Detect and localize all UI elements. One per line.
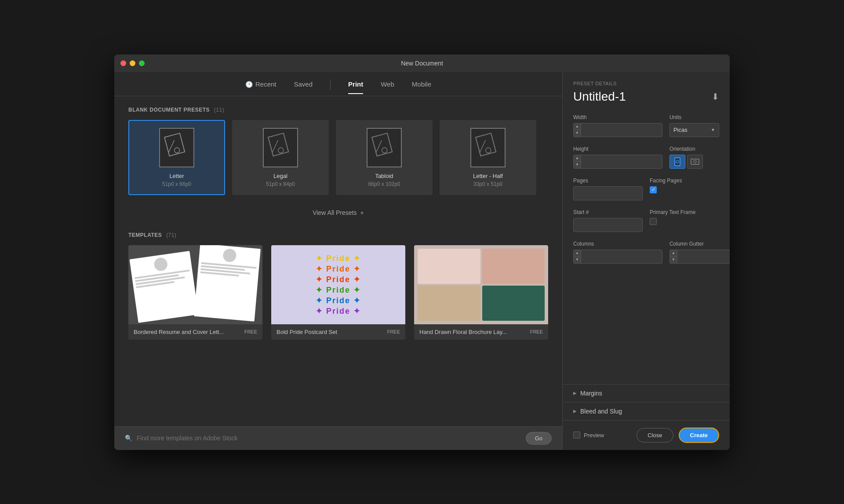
preview-checkbox[interactable]	[573, 431, 580, 439]
search-bar: 🔍 Go	[114, 426, 562, 450]
pages-group: Pages 1	[573, 178, 643, 200]
columns-steppers: ▲ ▼	[574, 250, 581, 263]
new-document-dialog: New Document 🕐 Recent Saved Print Web	[114, 54, 730, 450]
create-button[interactable]: Create	[679, 428, 719, 443]
recent-icon: 🕐	[245, 81, 253, 88]
tab-web[interactable]: Web	[381, 80, 394, 94]
start-ptf-row: Start # 1 Primary Text Frame	[573, 209, 719, 232]
minimize-traffic-light[interactable]	[130, 60, 135, 66]
pages-field[interactable]: 1	[573, 186, 643, 200]
height-increment[interactable]: ▲	[574, 155, 581, 162]
preset-letter-half[interactable]: Letter - Half 33p0 x 51p0	[440, 120, 536, 195]
tab-recent[interactable]: 🕐 Recent	[245, 80, 276, 94]
width-decrement[interactable]: ▼	[574, 130, 581, 137]
svg-rect-6	[372, 133, 392, 156]
columns-gutter-row: Columns ▲ ▼ 1 Column Gutter	[573, 241, 719, 264]
height-input-wrapper: ▲ ▼ 66p0	[573, 155, 662, 169]
facing-pages-checkbox-group: ✓	[650, 186, 719, 193]
template-resume[interactable]: Bordered Resume and Cover Lett... FREE	[128, 245, 262, 340]
tab-print[interactable]: Print	[348, 80, 363, 94]
preset-tabloid-icon	[367, 128, 402, 167]
portrait-button[interactable]	[669, 155, 685, 169]
preset-letter-half-size: 33p0 x 51p0	[473, 181, 502, 187]
preset-tabloid-size: 66p0 x 102p0	[368, 181, 400, 187]
height-decrement[interactable]: ▼	[574, 162, 581, 168]
facing-pages-group: Facing Pages ✓	[650, 178, 719, 200]
go-button[interactable]: Go	[526, 432, 552, 445]
columns-field[interactable]: 1	[581, 253, 662, 260]
preset-legal-size: 51p0 x 84p0	[266, 181, 295, 187]
ptf-checkbox-group	[650, 218, 719, 225]
width-steppers: ▲ ▼	[574, 123, 581, 137]
columns-decrement[interactable]: ▼	[574, 257, 581, 263]
height-field[interactable]: 66p0	[581, 158, 662, 165]
left-panel: 🕐 Recent Saved Print Web Mobile	[114, 72, 563, 450]
height-label: Height	[573, 146, 662, 152]
template-floral[interactable]: Hand Drawn Floral Brochure Lay... FREE	[414, 245, 548, 340]
preset-legal-name: Legal	[273, 173, 287, 179]
search-input[interactable]	[137, 435, 520, 442]
template-pride[interactable]: ✦ Pride ✦ ✦ Pride ✦ ✦ Pride ✦ ✦ Pride ✦ …	[271, 245, 405, 340]
column-gutter-decrement[interactable]: ▼	[670, 257, 677, 263]
pages-label: Pages	[573, 178, 643, 184]
svg-rect-0	[164, 133, 185, 156]
bleed-slug-section: ▶ Bleed and Slug	[563, 402, 730, 420]
presets-header: BLANK DOCUMENT PRESETS (11)	[128, 107, 548, 113]
preset-letter-size: 51p0 x 66p0	[162, 181, 191, 187]
tabs-bar: 🕐 Recent Saved Print Web Mobile	[114, 72, 562, 96]
template-resume-badge: FREE	[244, 329, 257, 334]
ptf-checkbox[interactable]	[650, 218, 657, 225]
close-button[interactable]: Close	[637, 428, 673, 442]
width-group: Width ▲ ▼ 51p0	[573, 114, 662, 137]
column-gutter-label: Column Gutter	[669, 241, 730, 247]
units-select[interactable]: Picas ▼	[669, 123, 719, 137]
bleed-slug-label: Bleed and Slug	[580, 408, 622, 415]
columns-label: Columns	[573, 241, 662, 247]
preset-legal[interactable]: Legal 51p0 x 84p0	[232, 120, 329, 195]
preset-details-label: PRESET DETAILS	[573, 81, 719, 86]
units-label: Units	[669, 114, 719, 120]
tab-saved[interactable]: Saved	[294, 80, 313, 94]
close-traffic-light[interactable]	[120, 60, 126, 66]
width-increment[interactable]: ▲	[574, 123, 581, 131]
preset-tabloid[interactable]: Tabloid 66p0 x 102p0	[336, 120, 433, 195]
svg-rect-12	[675, 158, 680, 166]
content-area: BLANK DOCUMENT PRESETS (11)	[114, 96, 562, 426]
search-icon: 🔍	[125, 435, 132, 442]
templates-grid: Bordered Resume and Cover Lett... FREE ✦…	[128, 245, 548, 340]
bleed-slug-arrow-icon: ▶	[573, 409, 577, 413]
template-resume-info: Bordered Resume and Cover Lett... FREE	[128, 324, 262, 340]
start-label: Start #	[573, 209, 643, 215]
start-field[interactable]: 1	[573, 218, 643, 232]
units-group: Units Picas ▼	[669, 114, 719, 137]
presets-section: BLANK DOCUMENT PRESETS (11)	[128, 107, 548, 221]
save-preset-icon[interactable]: ⬇	[712, 91, 719, 102]
template-pride-info: Bold Pride Postcard Set FREE	[271, 324, 405, 340]
template-resume-name: Bordered Resume and Cover Lett...	[134, 329, 224, 335]
template-floral-name: Hand Drawn Floral Brochure Lay...	[419, 329, 507, 335]
svg-rect-9	[476, 133, 496, 156]
window-title: New Document	[401, 60, 443, 67]
bleed-slug-toggle[interactable]: ▶ Bleed and Slug	[573, 408, 719, 415]
title-bar: New Document	[114, 54, 730, 72]
presets-grid: Letter 51p0 x 66p0	[128, 120, 548, 195]
facing-pages-checkbox[interactable]: ✓	[650, 186, 657, 193]
tab-divider	[330, 79, 331, 90]
margins-toggle[interactable]: ▶ Margins	[573, 390, 719, 397]
tab-mobile[interactable]: Mobile	[412, 80, 431, 94]
maximize-traffic-light[interactable]	[139, 60, 145, 66]
width-field[interactable]: 51p0	[581, 127, 662, 133]
preset-letter[interactable]: Letter 51p0 x 66p0	[128, 120, 225, 195]
template-floral-info: Hand Drawn Floral Brochure Lay... FREE	[414, 324, 548, 340]
view-all-presets-button[interactable]: View All Presets +	[128, 204, 548, 221]
column-gutter-increment[interactable]: ▲	[670, 250, 677, 257]
width-input-wrapper: ▲ ▼ 51p0	[573, 123, 662, 137]
landscape-button[interactable]	[687, 155, 703, 169]
column-gutter-field[interactable]: 1p0	[677, 253, 730, 260]
margins-arrow-icon: ▶	[573, 391, 577, 395]
preset-details: PRESET DETAILS Untitled-1 ⬇ Width ▲ ▼	[563, 72, 730, 384]
columns-input-wrapper: ▲ ▼ 1	[573, 250, 662, 264]
right-panel: PRESET DETAILS Untitled-1 ⬇ Width ▲ ▼	[563, 72, 730, 450]
traffic-lights	[120, 60, 145, 66]
columns-increment[interactable]: ▲	[574, 250, 581, 257]
